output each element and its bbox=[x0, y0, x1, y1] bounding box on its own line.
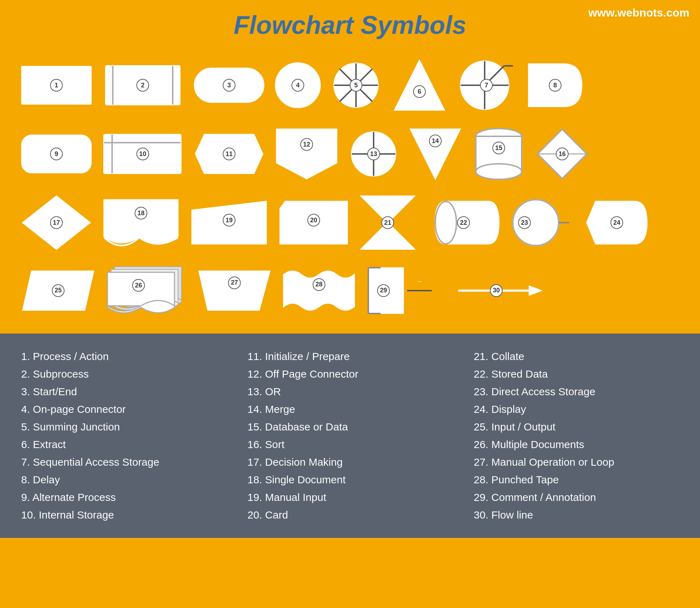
symbol-4: 4 bbox=[275, 62, 321, 108]
num-19: 19 bbox=[223, 214, 235, 227]
legend-item-22: 22. Stored Data bbox=[474, 365, 679, 383]
symbol-16: 16 bbox=[536, 128, 589, 180]
legend-item-12: 12. Off Page Connector bbox=[247, 365, 453, 383]
num-30: 30 bbox=[490, 284, 503, 297]
num-13: 13 bbox=[367, 148, 380, 160]
shape-collate: 21 bbox=[360, 194, 416, 251]
num-12: 12 bbox=[300, 138, 313, 151]
legend-item-11: 11. Initialize / Prepare bbox=[247, 348, 453, 365]
num-24: 24 bbox=[610, 216, 623, 229]
symbol-13: 13 bbox=[349, 129, 398, 179]
svg-rect-2 bbox=[172, 66, 173, 105]
legend-item-10: 10. Internal Storage bbox=[21, 506, 226, 524]
symbol-8: 8 bbox=[525, 62, 585, 108]
num-3: 3 bbox=[223, 79, 235, 92]
num-4: 4 bbox=[291, 79, 304, 92]
shape-input-output: 25 bbox=[21, 269, 95, 312]
legend-item-1: 1. Process / Action bbox=[21, 348, 226, 365]
shape-delay: 8 bbox=[525, 62, 585, 108]
symbol-14: 14 bbox=[409, 128, 462, 180]
num-17: 17 bbox=[50, 216, 63, 229]
legend-item-7: 7. Sequential Access Storage bbox=[21, 453, 226, 471]
symbol-10: 10 bbox=[102, 133, 183, 175]
legend-item-16: 16. Sort bbox=[247, 436, 453, 453]
legend-item-15: 15. Database or Data bbox=[247, 418, 453, 436]
shape-annotation: → 29 bbox=[367, 266, 444, 315]
shape-merge: 14 bbox=[409, 128, 462, 180]
num-7: 7 bbox=[480, 79, 493, 92]
legend-item-20: 20. Card bbox=[247, 506, 453, 524]
shape-sort: 16 bbox=[536, 128, 589, 180]
symbol-6: 6 bbox=[391, 57, 448, 113]
shape-database: 15 bbox=[472, 128, 525, 180]
symbol-20: 20 bbox=[278, 200, 349, 246]
legend-item-29: 29. Comment / Annotation bbox=[474, 489, 679, 506]
num-20: 20 bbox=[307, 214, 320, 227]
symbol-26: 26 bbox=[106, 265, 187, 316]
symbol-1: 1 bbox=[21, 66, 92, 105]
num-18: 18 bbox=[135, 207, 147, 219]
shape-internal-storage: 10 bbox=[102, 133, 183, 175]
num-5: 5 bbox=[350, 79, 362, 92]
legend-item-14: 14. Merge bbox=[247, 401, 453, 418]
svg-text:→: → bbox=[416, 278, 422, 285]
svg-point-31 bbox=[435, 201, 456, 244]
watermark: www.webnots.com bbox=[588, 6, 689, 19]
num-9: 9 bbox=[50, 148, 63, 160]
shape-flowline: 30 bbox=[455, 277, 546, 305]
legend-item-30: 30. Flow line bbox=[474, 506, 679, 524]
symbol-2: 2 bbox=[102, 64, 183, 106]
svg-point-23 bbox=[476, 164, 522, 179]
num-28: 28 bbox=[313, 278, 325, 291]
num-23: 23 bbox=[518, 216, 531, 229]
legend-item-28: 28. Punched Tape bbox=[474, 471, 679, 489]
svg-rect-1 bbox=[112, 66, 113, 105]
svg-marker-47 bbox=[529, 285, 543, 296]
symbol-11: 11 bbox=[194, 133, 264, 175]
shape-decision: 17 bbox=[21, 194, 92, 251]
symbol-5: 5 bbox=[331, 61, 381, 110]
legend-item-23: 23. Direct Access Storage bbox=[474, 383, 679, 401]
legend-grid: 1. Process / Action 2. Subprocess 3. Sta… bbox=[21, 348, 679, 524]
row-4: 25 bbox=[14, 261, 686, 319]
top-section: www.webnots.com Flowchart Symbols 1 bbox=[0, 0, 700, 334]
row-3: 17 18 bbox=[14, 191, 686, 254]
shape-display: 24 bbox=[585, 200, 649, 246]
manualloop-svg bbox=[197, 269, 271, 312]
symbol-17: 17 bbox=[21, 194, 92, 251]
legend-item-27: 27. Manual Operation or Loop bbox=[474, 453, 679, 471]
shape-starend: 3 bbox=[194, 68, 264, 103]
shape-summing-junction: 5 bbox=[331, 61, 381, 110]
legend-item-8: 8. Delay bbox=[21, 471, 226, 489]
legend-item-3: 3. Start/End bbox=[21, 383, 226, 401]
shape-hexagon: 11 bbox=[194, 133, 264, 175]
num-1: 1 bbox=[50, 79, 63, 92]
num-26: 26 bbox=[132, 279, 145, 292]
num-22: 22 bbox=[457, 216, 470, 229]
shape-punched-tape: 28 bbox=[282, 266, 356, 315]
shape-direct-access: 23 bbox=[511, 196, 575, 249]
page-title: Flowchart Symbols bbox=[14, 11, 686, 39]
symbol-9: 9 bbox=[21, 135, 92, 173]
shape-manual-input: 19 bbox=[190, 200, 268, 246]
legend-item-9: 9. Alternate Process bbox=[21, 489, 226, 506]
legend-item-26: 26. Multiple Documents bbox=[474, 436, 679, 453]
legend-item-18: 18. Single Document bbox=[247, 471, 453, 489]
bottom-section: 1. Process / Action 2. Subprocess 3. Sta… bbox=[0, 334, 700, 538]
shape-manual-loop: 27 bbox=[197, 269, 271, 312]
shape-extract: 6 bbox=[391, 57, 448, 113]
symbol-23: 23 bbox=[511, 196, 575, 249]
legend-item-2: 2. Subprocess bbox=[21, 365, 226, 383]
shape-multi-doc: 26 bbox=[106, 265, 187, 316]
shape-single-doc: 18 bbox=[102, 198, 180, 247]
singledoc-svg bbox=[102, 198, 180, 247]
multi-doc-container: 26 bbox=[106, 265, 187, 316]
legend-item-5: 5. Summing Junction bbox=[21, 418, 226, 436]
symbol-12: 12 bbox=[275, 128, 338, 180]
num-15: 15 bbox=[492, 142, 505, 154]
symbol-27: 27 bbox=[197, 269, 271, 312]
row-2: 9 10 1 bbox=[14, 124, 686, 184]
legend-col-1: 1. Process / Action 2. Subprocess 3. Sta… bbox=[21, 348, 226, 524]
legend-item-13: 13. OR bbox=[247, 383, 453, 401]
symbol-22: 22 bbox=[426, 200, 501, 246]
